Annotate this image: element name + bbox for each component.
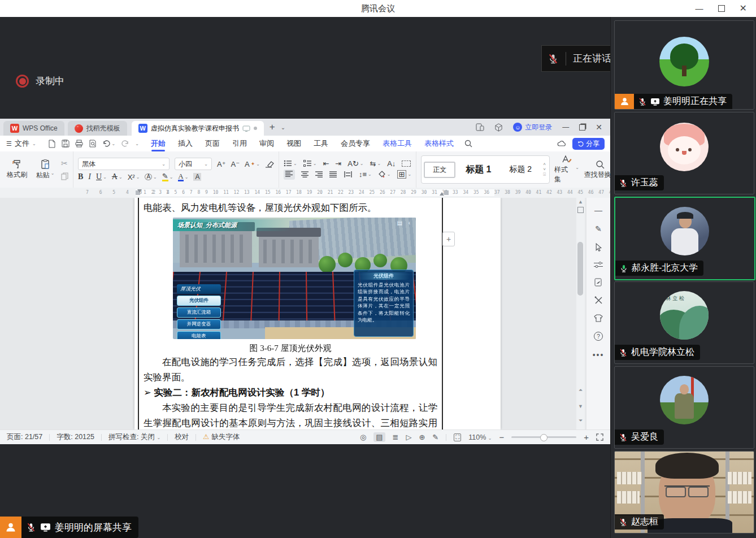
status-words[interactable]: 字数: 20125 (50, 432, 101, 442)
menu-table-style[interactable]: 表格样式 (418, 138, 460, 149)
redo-icon[interactable] (121, 140, 129, 147)
italic-button[interactable]: I (88, 172, 91, 181)
sharer-person-icon[interactable] (0, 517, 21, 538)
style-set-button[interactable]: 样式集⌄ (554, 155, 579, 184)
cut-icon[interactable]: ✂ (61, 159, 68, 168)
font-name-select[interactable]: 黑体⌄ (78, 158, 170, 170)
clear-format-icon[interactable] (265, 160, 274, 168)
tab-stops-icon[interactable] (402, 160, 411, 167)
adjust-sliders-icon[interactable] (594, 261, 603, 268)
tab-list-chevron-icon[interactable]: ⌄ (281, 124, 285, 131)
wps-minimize-icon[interactable]: — (562, 123, 569, 131)
help-icon[interactable]: ? (594, 332, 603, 341)
table-plus-handle[interactable]: + (442, 232, 455, 246)
cjk-layout-button[interactable]: ⇆⌄ (370, 160, 381, 167)
numbered-list-button[interactable]: ⌄ (303, 160, 317, 167)
bullet-list-button[interactable]: ⌄ (284, 160, 297, 167)
table-column-marker2[interactable] (444, 190, 449, 195)
maximize-icon[interactable] (718, 5, 725, 12)
participant-tile-2[interactable]: 许玉蕊 (614, 112, 754, 194)
sim-button-pv-module[interactable]: 光伏组件 (177, 296, 221, 306)
align-center-icon[interactable] (301, 171, 309, 177)
edit-pen-icon[interactable]: ✎ (595, 224, 602, 233)
align-right-icon[interactable] (315, 171, 323, 177)
next-page-icon[interactable]: ⏷ (579, 418, 583, 424)
participant-tile-5[interactable]: 吴爱良 (614, 366, 754, 449)
align-left-button[interactable] (284, 170, 295, 180)
decrease-indent-icon[interactable]: ⇤ (323, 160, 329, 167)
sim-button-inverter[interactable]: 并网逆变器 (177, 319, 221, 329)
style-normal[interactable]: 正文 (424, 162, 455, 178)
web-view-icon[interactable]: ⊕ (419, 433, 425, 441)
eye-protect-icon[interactable]: ◎ (360, 433, 366, 441)
document-area[interactable]: 电能表、风力发电机等设备，屋顶光伏外观如下图所示。 (0, 198, 610, 429)
minimize-icon[interactable]: — (696, 5, 703, 12)
cloud-icon[interactable] (557, 140, 567, 147)
superscript-button[interactable]: X²⌄ (128, 173, 140, 181)
style-heading1[interactable]: 标题 1 (458, 162, 499, 178)
scroll-down-icon[interactable]: ▼ (578, 404, 583, 409)
participant-tile-1[interactable]: 姜明明正在共享 (614, 20, 754, 110)
status-page[interactable]: 页面: 21/57 (0, 432, 49, 442)
shrink-font-button[interactable]: A⁻ (231, 160, 240, 168)
skin-icon[interactable] (594, 314, 603, 322)
styles-more-icon[interactable]: ⍗ (543, 172, 546, 177)
fullscreen-icon[interactable] (596, 433, 603, 441)
zoom-out-icon[interactable]: − (499, 432, 504, 442)
ruler-toggle-icon[interactable] (577, 207, 584, 213)
justify-icon[interactable] (329, 171, 337, 177)
menu-member[interactable]: 会员专享 (334, 138, 376, 149)
status-spellcheck[interactable]: 拼写检查: 关闭 ⌄ (102, 432, 167, 442)
sim-button-dc-box[interactable]: 直流汇流箱 (177, 307, 221, 318)
tab-document[interactable]: W 虚拟仿真实验教学课程申报书 (132, 121, 264, 136)
participant-tile-3[interactable]: 郝永胜-北京大学 (614, 197, 755, 280)
table-cell[interactable]: 电能表、风力发电机等设备，屋顶光伏外观如下图所示。 (138, 198, 443, 429)
shading-button[interactable]: ⌄ (378, 171, 391, 178)
outline-view-icon[interactable]: ≣ (393, 433, 399, 441)
scroll-up-icon[interactable]: ▲ (578, 199, 583, 205)
print-icon[interactable] (75, 140, 83, 147)
wps-restore-icon[interactable] (579, 124, 585, 131)
menu-reference[interactable]: 引用 (226, 138, 253, 149)
pinyin-guide-button[interactable]: A⌄ (145, 173, 157, 180)
right-indent-marker[interactable] (440, 192, 444, 196)
zoom-slider[interactable] (511, 436, 576, 438)
highlight-color-button[interactable]: ✎⌄ (162, 172, 173, 181)
underline-button[interactable]: U⌄ (96, 172, 107, 181)
menu-tools[interactable]: 工具 (307, 138, 334, 149)
tab-wps-home[interactable]: W WPS Office (3, 121, 64, 136)
horizontal-ruler[interactable]: 7 6 5 4 3 2 1 1 2 3 4 5 6 7 8 9 10 11 12… (0, 188, 610, 198)
style-heading2[interactable]: 标题 2 (501, 162, 540, 177)
menu-home[interactable]: 开始 (145, 138, 172, 149)
format-painter-button[interactable]: 格式刷 (5, 159, 29, 180)
sort-icon[interactable]: A↓ (387, 160, 396, 167)
tab-docer-template[interactable]: ᷑ 找稻壳模板 (68, 121, 127, 136)
distribute-icon[interactable] (344, 171, 353, 177)
share-button[interactable]: 分享 (572, 138, 605, 150)
font-color-button[interactable]: A⌄ (178, 172, 188, 181)
undo-button[interactable]: ⌄ (102, 140, 116, 147)
char-shading-button[interactable]: A (193, 173, 201, 181)
save-icon[interactable] (62, 140, 69, 147)
prev-page-icon[interactable]: ⏶ (579, 387, 583, 393)
select-cursor-icon[interactable] (594, 243, 603, 251)
participant-tile-6[interactable]: 赵志桓 (614, 451, 754, 533)
zoom-value[interactable]: 110% ⌄ (468, 433, 492, 441)
bold-button[interactable]: B (78, 172, 83, 181)
borders-button[interactable]: ⊞⌄ (397, 170, 412, 179)
styles-up-icon[interactable]: ˄ (543, 162, 546, 167)
more-icon[interactable]: ••• (593, 350, 605, 359)
paste-button[interactable]: 粘贴⌄ (33, 159, 58, 180)
zoom-in-icon[interactable]: + (584, 432, 589, 442)
login-link[interactable]: ☺ 立即登录 (513, 123, 552, 132)
text-effects-button[interactable]: A✦⌄ (245, 160, 260, 168)
search-icon[interactable] (464, 140, 472, 147)
copy-icon[interactable] (61, 172, 68, 180)
menu-page[interactable]: 页面 (199, 138, 226, 149)
strikethrough-button[interactable]: A⌄ (112, 172, 123, 181)
status-missing-font[interactable]: ⚠缺失字体 (196, 432, 246, 442)
menu-view[interactable]: 视图 (280, 138, 307, 149)
menu-table-tools[interactable]: 表格工具 (376, 138, 418, 149)
quickbar-chevron-icon[interactable]: ⌄ (135, 141, 139, 146)
text-direction-button[interactable]: A↻⌄ (347, 160, 363, 167)
